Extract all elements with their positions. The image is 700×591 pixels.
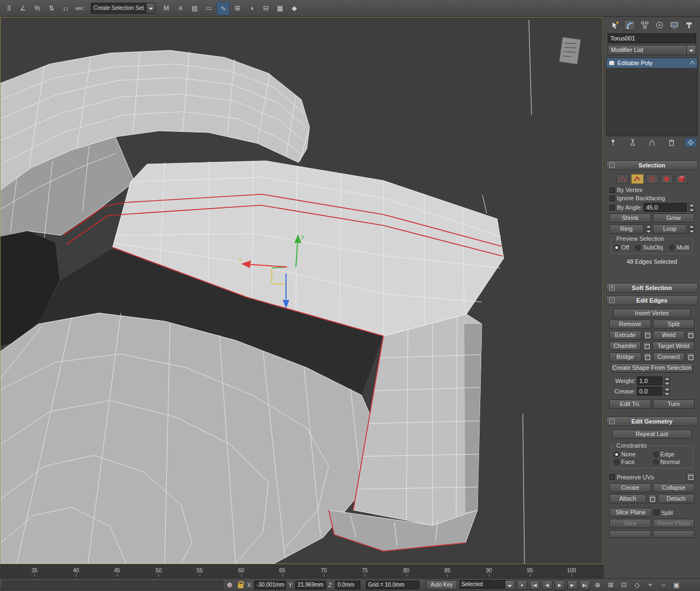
weight-spinner[interactable] (664, 377, 670, 385)
weld-button[interactable]: Weld (653, 331, 685, 340)
rollout-edit-geometry-header[interactable]: - Edit Geometry (606, 416, 698, 426)
configure-modifier-sets-icon[interactable] (685, 138, 697, 147)
next-frame-button[interactable]: ▶ (567, 580, 578, 590)
key-filter-value[interactable]: Selected (459, 580, 505, 589)
go-to-start-button[interactable]: |◀ (529, 580, 540, 590)
layer-manager-icon[interactable]: ▤ (188, 2, 201, 15)
polygon-mode-icon[interactable] (661, 174, 673, 184)
object-name-field[interactable]: Torus001 (608, 33, 696, 43)
y-coordinate-field[interactable]: 21.969mm (295, 581, 326, 589)
pan-icon[interactable]: + (645, 580, 656, 590)
collapse-button[interactable]: Collapse (653, 483, 695, 493)
by-angle-checkbox[interactable] (609, 205, 615, 211)
bridge-settings-button[interactable] (643, 352, 651, 362)
constraint-edge-radio[interactable] (653, 451, 659, 457)
modifier-list-dropdown[interactable]: Modifier List (608, 45, 696, 55)
weld-settings-button[interactable] (686, 331, 695, 340)
spinner-snap-icon[interactable]: ⇅ (45, 2, 58, 15)
tab-utilities[interactable] (683, 20, 695, 30)
tab-modify[interactable] (624, 20, 635, 30)
curve-editor-icon[interactable]: ∿ (217, 2, 230, 15)
percent-snap-icon[interactable]: % (31, 2, 44, 15)
render-setup-icon[interactable]: ⊟ (259, 2, 272, 15)
preview-multi-radio[interactable] (669, 245, 675, 251)
slice-plane-button[interactable]: Slice Plane (609, 508, 652, 517)
border-mode-icon[interactable] (646, 174, 658, 184)
material-editor-icon[interactable]: ◑ (245, 2, 258, 15)
connect-settings-button[interactable] (686, 352, 695, 362)
ring-button[interactable]: Ring (609, 224, 644, 234)
create-shape-button[interactable]: Create Shape From Selection (611, 363, 693, 373)
ignore-backfacing-checkbox[interactable] (609, 195, 615, 201)
loop-button[interactable]: Loop (653, 224, 687, 234)
previous-frame-button[interactable]: ◀ (542, 580, 552, 590)
schematic-view-icon[interactable]: ⊞ (231, 2, 244, 15)
tab-display[interactable] (668, 20, 680, 30)
by-angle-field[interactable]: 45.0 (644, 203, 687, 212)
rollout-selection-header[interactable]: - Selection (606, 160, 698, 170)
render-production-icon[interactable]: ◆ (288, 2, 301, 15)
tab-motion[interactable] (654, 20, 665, 30)
show-end-result-icon[interactable] (627, 138, 639, 147)
preserve-uvs-settings-button[interactable] (686, 472, 695, 482)
stack-item-editable-poly[interactable]: Editable Poly (606, 58, 697, 68)
make-unique-icon[interactable] (646, 138, 658, 147)
x-coordinate-field[interactable]: -30.001mm (254, 581, 286, 589)
angle-snap-icon[interactable]: ∠ (16, 2, 30, 15)
split-button[interactable]: Split (653, 320, 695, 329)
chamfer-button[interactable]: Chamfer (609, 341, 641, 351)
tab-create[interactable] (609, 20, 621, 30)
play-button[interactable]: ▶ (555, 580, 565, 590)
tab-hierarchy[interactable] (639, 20, 650, 30)
graphite-toolbar-icon[interactable]: ▭ (202, 2, 215, 15)
align-icon[interactable]: ≡ (174, 2, 187, 15)
zoom-extents-icon[interactable]: ⊡ (619, 580, 629, 590)
extrude-settings-button[interactable] (643, 331, 651, 340)
z-coordinate-field[interactable]: 0.0mm (335, 581, 360, 589)
split-checkbox[interactable] (654, 509, 660, 515)
maximize-viewport-icon[interactable]: ▣ (671, 580, 682, 590)
collapse-icon[interactable]: - (609, 419, 615, 424)
collapse-icon[interactable]: - (609, 298, 615, 303)
zoom-all-icon[interactable]: ⊞ (605, 580, 616, 590)
remove-modifier-icon[interactable] (666, 138, 678, 147)
modifier-stack[interactable]: Editable Poly (606, 57, 698, 136)
edit-tri-button[interactable]: Edit Tri. (609, 399, 651, 409)
turn-button[interactable]: Turn (653, 399, 695, 409)
go-to-end-button[interactable]: ▶| (580, 580, 590, 590)
perspective-viewport[interactable]: x y (0, 17, 603, 564)
attach-settings-button[interactable] (648, 494, 656, 503)
key-mode-toggle[interactable]: ● (517, 580, 527, 590)
vertex-mode-icon[interactable] (616, 174, 629, 184)
modifier-list-label[interactable]: Modifier List (608, 45, 687, 55)
shrink-button[interactable]: Shrink (609, 213, 651, 223)
constraint-normal-radio[interactable] (653, 459, 659, 465)
note-object[interactable] (559, 37, 581, 64)
keyboard-override-icon[interactable]: ABC (73, 2, 86, 15)
orbit-icon[interactable]: ○ (658, 580, 669, 590)
collapse-icon[interactable]: - (609, 163, 615, 168)
auto-key-button[interactable]: Auto Key (426, 580, 457, 590)
extrude-button[interactable]: Extrude (609, 331, 641, 340)
named-selection-sets-icon[interactable]: { } (59, 2, 72, 15)
loop-spinner[interactable] (689, 225, 695, 233)
element-mode-icon[interactable] (675, 174, 688, 184)
grid-size-display[interactable]: Grid = 10.0mm (366, 581, 419, 589)
constraint-none-radio[interactable] (614, 451, 620, 457)
time-slider-track[interactable]: 35 40 45 50 55 60 65 70 75 80 85 90 95 1… (1, 566, 602, 577)
key-filter-dropdown[interactable]: Selected (459, 580, 515, 590)
preserve-uvs-checkbox[interactable] (609, 474, 615, 480)
detach-button[interactable]: Detach (658, 494, 695, 503)
pin-stack-icon[interactable] (607, 138, 619, 147)
by-vertex-checkbox[interactable] (609, 187, 615, 193)
chevron-down-icon[interactable] (147, 3, 155, 14)
viewport-canvas[interactable]: x y (1, 18, 603, 564)
preview-off-radio[interactable] (614, 245, 620, 251)
zoom-icon[interactable]: ⊕ (592, 580, 603, 590)
edge-mode-icon[interactable] (631, 174, 644, 184)
preview-subobj-radio[interactable] (635, 245, 641, 251)
attach-button[interactable]: Attach (609, 494, 646, 503)
rollout-edit-edges-header[interactable]: - Edit Edges (606, 296, 698, 305)
rendered-frame-icon[interactable]: ▦ (273, 2, 287, 15)
insert-vertex-button[interactable]: Insert Vertex (613, 309, 691, 318)
